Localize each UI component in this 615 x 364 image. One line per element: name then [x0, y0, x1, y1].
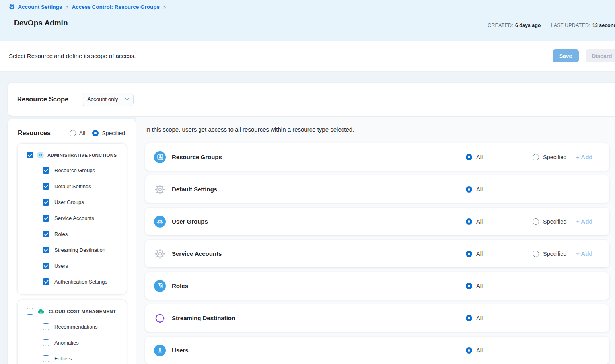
breadcrumb-separator: >: [65, 4, 68, 10]
resource-row-default-settings: Default Settings All: [145, 175, 609, 203]
resource-scope-selected-value: Account only: [87, 96, 118, 102]
roles-all-radio[interactable]: [466, 283, 472, 289]
resource-groups-all-radio[interactable]: [466, 154, 472, 160]
settings-gear-icon: ⚙: [9, 4, 15, 10]
service-accounts-checkbox[interactable]: [43, 215, 49, 222]
resource-row-users: Users All: [145, 337, 609, 364]
user-groups-icon: [154, 216, 166, 228]
default-settings-all-radio[interactable]: [466, 186, 472, 193]
resource-groups-add-button[interactable]: + Add: [576, 143, 593, 171]
sidebar-item-authentication-settings[interactable]: Authentication Settings: [18, 274, 127, 290]
resource-row-user-groups: User Groups All Specified + Add: [145, 208, 609, 235]
service-accounts-specified-radio[interactable]: [533, 251, 539, 257]
resources-specified-label: Specified: [102, 130, 125, 136]
scope-info-text: In this scope, users get access to all r…: [145, 126, 354, 133]
sidebar-item-resource-groups[interactable]: Resource Groups: [18, 162, 127, 178]
sidebar-item-service-accounts[interactable]: Service Accounts: [18, 210, 127, 226]
resource-groups-icon: [154, 151, 166, 163]
sidebar-item-anomalies[interactable]: Anomalies: [18, 335, 127, 350]
settings-gear-icon: [154, 248, 166, 260]
discard-button[interactable]: Discard: [586, 49, 615, 62]
resources-sidebar: Resources All Specified ⚙ ADMINISTRATIVE…: [8, 119, 136, 364]
streaming-destination-all-radio[interactable]: [466, 315, 472, 321]
group-head-administrative-functions[interactable]: ⚙ ADMINISTRATIVE FUNCTIONS: [18, 152, 127, 162]
settings-gear-icon: [154, 183, 166, 195]
resource-scope-label: Resource Scope: [17, 95, 68, 103]
resources-all-label: All: [79, 130, 86, 136]
service-accounts-add-button[interactable]: + Add: [576, 240, 593, 267]
page-header: ⚙ Account Settings > Access Control: Res…: [0, 0, 615, 41]
group-head-cloud-cost-management[interactable]: $ CLOUD COST MANAGEMENT: [18, 308, 127, 319]
resource-groups-checkbox[interactable]: [43, 167, 49, 174]
resource-scope-card: Resource Scope Account only: [8, 83, 615, 116]
streaming-destination-checkbox[interactable]: [43, 247, 49, 253]
resource-row-streaming-destination: Streaming Destination All: [145, 304, 609, 332]
resource-row-roles: Roles All: [145, 272, 609, 300]
sidebar-item-roles[interactable]: Roles: [18, 226, 127, 242]
sidebar-item-user-groups[interactable]: User Groups: [18, 194, 127, 210]
toolbar-actions: Save Discard: [553, 41, 615, 71]
resources-specified-radio[interactable]: [92, 130, 99, 136]
toolbar-instruction: Select Resource and define its scope of …: [9, 53, 136, 59]
chevron-down-icon: [125, 98, 129, 101]
resource-group-card-cloud-cost-management: $ CLOUD COST MANAGEMENT Recommendations …: [18, 300, 127, 364]
breadcrumb: ⚙ Account Settings > Access Control: Res…: [9, 4, 166, 10]
folders-checkbox[interactable]: [43, 355, 49, 362]
page-title: DevOps Admin: [14, 19, 68, 27]
authentication-settings-checkbox[interactable]: [43, 278, 49, 285]
breadcrumb-separator: >: [163, 4, 166, 10]
save-button[interactable]: Save: [553, 49, 579, 62]
header-meta: CREATED:6 days ago LAST UPDATED:13 secon…: [488, 22, 615, 28]
meta-divider: [546, 22, 546, 28]
streaming-destination-icon: [154, 312, 166, 324]
sidebar-item-folders[interactable]: Folders: [18, 350, 127, 364]
anomalies-checkbox[interactable]: [43, 339, 49, 346]
svg-text:$: $: [40, 310, 42, 313]
resource-row-service-accounts: Service Accounts All Specified + Add: [145, 240, 609, 267]
recommendations-checkbox[interactable]: [43, 323, 49, 330]
last-updated-at: LAST UPDATED:13 seconds ago: [551, 23, 615, 28]
roles-icon: [154, 280, 166, 292]
resources-header: Resources All Specified: [8, 119, 136, 144]
user-groups-checkbox[interactable]: [43, 199, 49, 206]
roles-checkbox[interactable]: [43, 231, 49, 237]
cloud-cost-management-checkbox[interactable]: [27, 308, 33, 315]
user-groups-add-button[interactable]: + Add: [576, 208, 593, 235]
resources-mode-radios: All Specified: [70, 130, 129, 136]
resources-all-radio[interactable]: [70, 130, 76, 136]
resource-group-card-administrative-functions: ⚙ ADMINISTRATIVE FUNCTIONS Resource Grou…: [18, 144, 127, 294]
user-groups-all-radio[interactable]: [466, 218, 472, 225]
breadcrumb-access-control[interactable]: Access Control: Resource Groups: [72, 4, 160, 10]
users-all-radio[interactable]: [466, 347, 472, 354]
action-toolbar: Select Resource and define its scope of …: [0, 41, 615, 71]
users-icon: [154, 345, 166, 356]
resources-title: Resources: [18, 130, 51, 137]
sidebar-item-users[interactable]: Users: [18, 258, 127, 274]
users-checkbox[interactable]: [43, 263, 49, 269]
administrative-functions-checkbox[interactable]: [27, 152, 33, 158]
sidebar-item-streaming-destination[interactable]: Streaming Destination: [18, 242, 127, 258]
user-groups-specified-radio[interactable]: [533, 218, 539, 225]
resource-scope-select[interactable]: Account only: [82, 93, 134, 106]
sidebar-item-recommendations[interactable]: Recommendations: [18, 319, 127, 335]
service-accounts-all-radio[interactable]: [466, 251, 472, 257]
breadcrumb-account-settings[interactable]: Account Settings: [18, 4, 62, 10]
cloud-dollar-icon: $: [37, 308, 45, 314]
created-at: CREATED:6 days ago: [488, 23, 541, 28]
sidebar-item-default-settings[interactable]: Default Settings: [18, 178, 127, 194]
resource-row-resource-groups: Resource Groups All Specified + Add: [145, 143, 609, 171]
resource-groups-specified-radio[interactable]: [533, 154, 539, 160]
admin-gear-icon: ⚙: [37, 152, 44, 158]
scope-detail-panel: In this scope, users get access to all r…: [136, 117, 615, 364]
default-settings-checkbox[interactable]: [43, 183, 49, 190]
